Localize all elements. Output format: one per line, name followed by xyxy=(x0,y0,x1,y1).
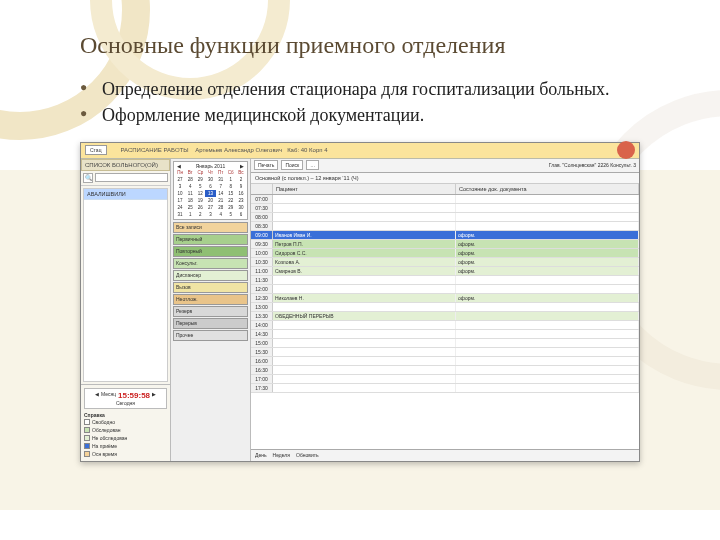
status-cell[interactable] xyxy=(456,339,639,347)
patient-cell[interactable] xyxy=(273,222,456,230)
calendar-grid[interactable]: ПнВтСрЧтПтСбВс27282930311234567891011121… xyxy=(175,169,246,218)
cal-day[interactable]: 3 xyxy=(205,211,215,218)
cal-day[interactable]: 24 xyxy=(175,204,185,211)
status-cell[interactable] xyxy=(456,384,639,392)
status-cell[interactable]: оформ. xyxy=(456,267,639,275)
status-cell[interactable] xyxy=(456,312,639,320)
category-item[interactable]: Диспансер xyxy=(173,270,248,281)
cal-day[interactable]: 28 xyxy=(185,176,195,183)
status-cell[interactable] xyxy=(456,321,639,329)
patient-cell[interactable] xyxy=(273,285,456,293)
patient-cell[interactable] xyxy=(273,204,456,212)
status-cell[interactable] xyxy=(456,276,639,284)
cal-day[interactable]: 3 xyxy=(175,183,185,190)
schedule-row[interactable]: 09:00Иванов Иван И.оформ. xyxy=(251,231,639,240)
category-item[interactable]: Прочее xyxy=(173,330,248,341)
status-cell[interactable]: оформ. xyxy=(456,294,639,302)
cal-day[interactable]: 30 xyxy=(205,176,215,183)
patient-cell[interactable]: Иванов Иван И. xyxy=(273,231,456,239)
category-item[interactable]: Консульт. xyxy=(173,258,248,269)
cal-day[interactable]: 29 xyxy=(226,204,236,211)
patient-cell[interactable] xyxy=(273,303,456,311)
patient-cell[interactable] xyxy=(273,330,456,338)
patient-list[interactable]: АВАЛИШВИЛИ xyxy=(83,188,168,382)
status-cell[interactable] xyxy=(456,375,639,383)
cal-day[interactable]: 27 xyxy=(205,204,215,211)
schedule-row[interactable]: 16:00 xyxy=(251,357,639,366)
category-item[interactable]: Резерв xyxy=(173,306,248,317)
calendar[interactable]: ◀ Январь 2011 ▶ ПнВтСрЧтПтСбВс2728293031… xyxy=(173,161,248,220)
cal-day[interactable]: 22 xyxy=(226,197,236,204)
cal-day[interactable]: 19 xyxy=(195,197,205,204)
toolbar-button[interactable]: Печать xyxy=(254,160,278,170)
schedule-row[interactable]: 08:30 xyxy=(251,222,639,231)
patient-cell[interactable]: Николаев Н. xyxy=(273,294,456,302)
cal-day[interactable]: 28 xyxy=(216,204,226,211)
schedule-row[interactable]: 10:30Козлова А.оформ. xyxy=(251,258,639,267)
cal-day[interactable]: 23 xyxy=(236,197,246,204)
schedule-row[interactable]: 14:30 xyxy=(251,330,639,339)
cal-day[interactable]: 31 xyxy=(216,176,226,183)
category-item[interactable]: Неотлож. xyxy=(173,294,248,305)
schedule-row[interactable]: 07:00 xyxy=(251,195,639,204)
search-input[interactable] xyxy=(95,173,168,182)
footer-tab-week[interactable]: Неделя xyxy=(273,452,290,458)
cal-day[interactable]: 9 xyxy=(236,183,246,190)
cal-day[interactable]: 12 xyxy=(195,190,205,197)
schedule-row[interactable]: 10:00Сидоров С.С.оформ. xyxy=(251,249,639,258)
status-cell[interactable] xyxy=(456,348,639,356)
patient-cell[interactable] xyxy=(273,357,456,365)
clock-prev-icon[interactable]: ◀ xyxy=(95,391,99,400)
status-cell[interactable]: оформ. xyxy=(456,249,639,257)
cal-day[interactable]: 16 xyxy=(236,190,246,197)
status-cell[interactable] xyxy=(456,213,639,221)
schedule-row[interactable]: 15:30 xyxy=(251,348,639,357)
status-cell[interactable] xyxy=(456,222,639,230)
status-cell[interactable] xyxy=(456,330,639,338)
cal-day[interactable]: 11 xyxy=(185,190,195,197)
cal-day[interactable]: 6 xyxy=(205,183,215,190)
status-cell[interactable] xyxy=(456,285,639,293)
schedule-row[interactable]: 17:30 xyxy=(251,384,639,393)
cal-day[interactable]: 29 xyxy=(195,176,205,183)
schedule-row[interactable]: 12:00 xyxy=(251,285,639,294)
patient-cell[interactable]: Сидоров С.С. xyxy=(273,249,456,257)
cal-day[interactable]: 1 xyxy=(226,176,236,183)
clock-next-icon[interactable]: ▶ xyxy=(152,391,156,400)
category-item[interactable]: Все записи xyxy=(173,222,248,233)
cal-day[interactable]: 27 xyxy=(175,176,185,183)
schedule-row[interactable]: 16:30 xyxy=(251,366,639,375)
patient-item[interactable]: АВАЛИШВИЛИ xyxy=(84,189,167,200)
footer-tab-day[interactable]: День xyxy=(255,452,267,458)
status-cell[interactable]: оформ. xyxy=(456,258,639,266)
patient-cell[interactable] xyxy=(273,384,456,392)
patient-cell[interactable] xyxy=(273,375,456,383)
cal-day[interactable]: 7 xyxy=(216,183,226,190)
schedule-row[interactable]: 14:00 xyxy=(251,321,639,330)
category-item[interactable]: Вызов xyxy=(173,282,248,293)
schedule-row[interactable]: 11:00Смирнов В.оформ. xyxy=(251,267,639,276)
cal-day[interactable]: 20 xyxy=(205,197,215,204)
patient-cell[interactable] xyxy=(273,348,456,356)
cal-day[interactable]: 18 xyxy=(185,197,195,204)
cal-day[interactable]: 25 xyxy=(185,204,195,211)
header-button[interactable]: Стац xyxy=(85,145,107,155)
schedule-row[interactable]: 07:30 xyxy=(251,204,639,213)
cal-day[interactable]: 31 xyxy=(175,211,185,218)
cal-day[interactable]: 5 xyxy=(195,183,205,190)
cal-day[interactable]: 2 xyxy=(236,176,246,183)
search-icon[interactable]: 🔍 xyxy=(83,173,93,183)
cal-day[interactable]: 10 xyxy=(175,190,185,197)
cal-day[interactable]: 26 xyxy=(195,204,205,211)
patient-cell[interactable] xyxy=(273,339,456,347)
cal-day[interactable]: 1 xyxy=(185,211,195,218)
cal-day[interactable]: 4 xyxy=(216,211,226,218)
cal-day[interactable]: 17 xyxy=(175,197,185,204)
status-cell[interactable]: оформ. xyxy=(456,231,639,239)
cal-day[interactable]: 15 xyxy=(226,190,236,197)
cal-day[interactable]: 4 xyxy=(185,183,195,190)
status-cell[interactable] xyxy=(456,303,639,311)
category-item[interactable]: Первичный xyxy=(173,234,248,245)
cal-day[interactable]: 13 xyxy=(205,190,215,197)
patient-cell[interactable]: Смирнов В. xyxy=(273,267,456,275)
